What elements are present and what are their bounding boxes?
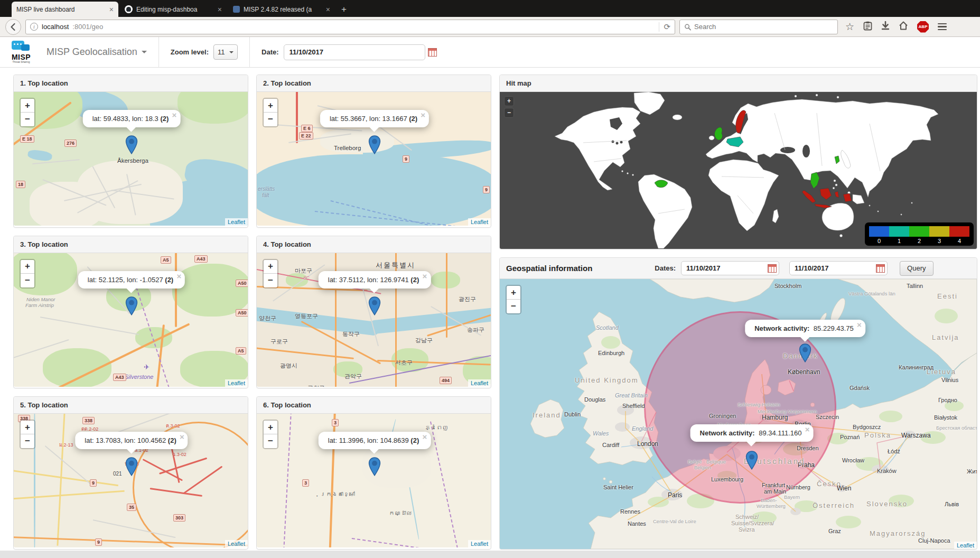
popup-text: lat: 52.1125, lon: -1.0527 (2) — [88, 276, 173, 284]
calendar-icon[interactable] — [428, 48, 437, 57]
map-label: fält — [262, 192, 269, 198]
zoom-out-button[interactable]: − — [507, 300, 520, 313]
geo-map-label: Ireland — [533, 411, 561, 419]
zoom-in-button[interactable]: + — [21, 99, 34, 113]
reading-list-icon[interactable] — [863, 21, 872, 33]
leaflet-attribution[interactable]: Leaflet — [954, 542, 977, 549]
geo-map-label: Львів — [945, 501, 959, 507]
map-label: 서초구 — [395, 359, 413, 367]
geo-map-label: Szczecin — [816, 414, 839, 420]
back-arrow-icon — [9, 23, 17, 31]
tab-close-icon[interactable]: × — [109, 6, 114, 13]
popup-close-icon[interactable]: × — [422, 273, 427, 280]
leaflet-attribution[interactable]: Leaflet — [225, 540, 248, 547]
adblock-plus-icon[interactable]: ABP — [917, 21, 929, 33]
zoom-out-button[interactable]: − — [21, 274, 34, 287]
zoom-in-button[interactable]: + — [21, 260, 34, 274]
tab-close-icon[interactable]: × — [218, 6, 222, 13]
misp-logo: MISP Threat Sharing — [7, 41, 35, 63]
leaflet-map[interactable]: TrelleborgerslättsfältE 6E 2299+−lat: 55… — [257, 92, 491, 226]
tab-close-icon[interactable]: × — [326, 6, 330, 13]
calendar-icon[interactable] — [768, 264, 777, 273]
reload-icon[interactable]: ⟳ — [659, 22, 670, 32]
zoom-control: +− — [20, 420, 35, 449]
leaflet-map[interactable]: Niden ManorFarm AirstripesterSilverstone… — [14, 253, 248, 387]
popup-close-icon[interactable]: × — [857, 321, 862, 329]
zoom-in-button[interactable]: + — [264, 99, 277, 113]
geo-map-label: Schleswig-Holstein — [738, 402, 780, 407]
zoom-out-button[interactable]: − — [21, 434, 34, 448]
leaflet-attribution[interactable]: Leaflet — [468, 540, 491, 547]
map-feature — [257, 347, 354, 359]
date-input[interactable] — [284, 44, 425, 60]
zoom-out-button[interactable]: − — [264, 434, 277, 448]
zoom-in-button[interactable]: + — [264, 260, 277, 274]
zoom-in-button[interactable]: + — [504, 96, 514, 106]
zoom-out-button[interactable]: − — [21, 113, 34, 126]
geo-map-label: Luxembourg — [711, 476, 743, 482]
geo-map-label: Paris — [668, 491, 682, 499]
popup-close-icon[interactable]: × — [176, 273, 181, 280]
calendar-icon[interactable] — [876, 264, 885, 273]
leaflet-map[interactable]: ตต.2-02ค.3-02ตอ.2-02ตอ.2-03น.1-02ม.2-13น… — [14, 414, 248, 547]
geo-map-label: Dublin — [564, 411, 581, 417]
zoom-level-select[interactable]: 11 — [213, 44, 238, 60]
geo-map-label: Rennes — [620, 508, 640, 515]
menu-icon[interactable] — [938, 23, 947, 31]
geo-map-label: Гродно — [938, 397, 957, 403]
search-bar[interactable] — [679, 20, 838, 34]
geospatial-map[interactable]: StockholmVästra Götalands länTallinnEest… — [500, 279, 977, 549]
hit-map[interactable]: +− — [500, 92, 977, 249]
leaflet-map[interactable]: ភ្នំពេញក្រុងតាខ្មៅកណ្ដាល33+−lat: 11.3996… — [257, 414, 491, 547]
popup-close-icon[interactable]: × — [180, 433, 184, 441]
top-location-panel: 3. Top locationNiden ManorFarm Airstripe… — [13, 236, 248, 389]
legend-swatch — [869, 226, 889, 237]
zoom-in-button[interactable]: + — [21, 421, 34, 434]
leaflet-attribution[interactable]: Leaflet — [468, 379, 491, 387]
url-bar[interactable]: i localhost :8001/geo ⟳ — [25, 20, 675, 34]
top-location-panel: 2. Top locationTrelleborgerslättsfältE 6… — [256, 75, 491, 228]
zoom-level-label: Zoom level: — [171, 48, 209, 56]
leaflet-map[interactable]: ÅkersbergaE 1827618+−lat: 59.4833, lon: … — [14, 92, 248, 226]
popup-close-icon[interactable]: × — [172, 111, 177, 119]
new-tab-button[interactable]: + — [335, 4, 353, 17]
date-to-input[interactable] — [789, 261, 888, 275]
info-icon[interactable]: i — [30, 23, 38, 31]
country-indonesia — [820, 188, 832, 200]
logo-text: MISP — [7, 54, 35, 60]
zoom-out-button[interactable]: − — [264, 274, 277, 287]
map-marker-icon — [799, 343, 811, 365]
zoom-in-button[interactable]: + — [507, 286, 520, 300]
query-button[interactable]: Query — [900, 261, 933, 276]
zoom-in-button[interactable]: + — [264, 421, 277, 434]
popup-close-icon[interactable]: × — [805, 426, 810, 433]
zoom-out-button[interactable]: − — [504, 108, 514, 118]
tab-title: Editing misp-dashboa — [136, 6, 214, 13]
geo-map-label: Great Britain — [615, 392, 648, 398]
map-label: 강남구 — [415, 337, 433, 345]
browser-tab[interactable]: MISP 2.4.82 released (a× — [228, 2, 335, 17]
downloads-icon[interactable] — [881, 21, 890, 32]
back-button[interactable] — [5, 19, 21, 35]
popup-text: lat: 37.5112, lon: 126.9741 (2) — [328, 276, 419, 284]
browser-window: MISP live dashboard×Editing misp-dashboa… — [0, 0, 980, 37]
map-marker-icon — [368, 296, 381, 318]
date-from-input[interactable] — [681, 261, 779, 275]
leaflet-attribution[interactable]: Leaflet — [225, 218, 248, 226]
leaflet-attribution[interactable]: Leaflet — [468, 218, 491, 226]
geo-map-label: Baden- — [761, 497, 777, 503]
popup-close-icon[interactable]: × — [422, 433, 427, 441]
browser-tab[interactable]: MISP live dashboard× — [12, 2, 118, 17]
bookmark-star-icon[interactable]: ☆ — [845, 22, 854, 32]
home-icon[interactable] — [899, 21, 908, 32]
leaflet-attribution[interactable]: Leaflet — [225, 379, 248, 387]
zoom-out-button[interactable]: − — [264, 113, 277, 126]
road-badge: 35 — [127, 504, 136, 511]
search-input[interactable] — [694, 23, 833, 31]
map-label: ค.3-02 — [166, 422, 180, 430]
browser-tab[interactable]: Editing misp-dashboa× — [120, 2, 227, 17]
popup-close-icon[interactable]: × — [421, 111, 425, 119]
map-label: 서울특별시 — [376, 261, 415, 270]
leaflet-map[interactable]: 서울특별시마포구광진구영등포구양천구동작구강남구송파구구로구광명시서초구관악구금… — [257, 253, 491, 387]
geolocalisation-menu[interactable]: MISP Geolocalisation — [46, 46, 147, 58]
